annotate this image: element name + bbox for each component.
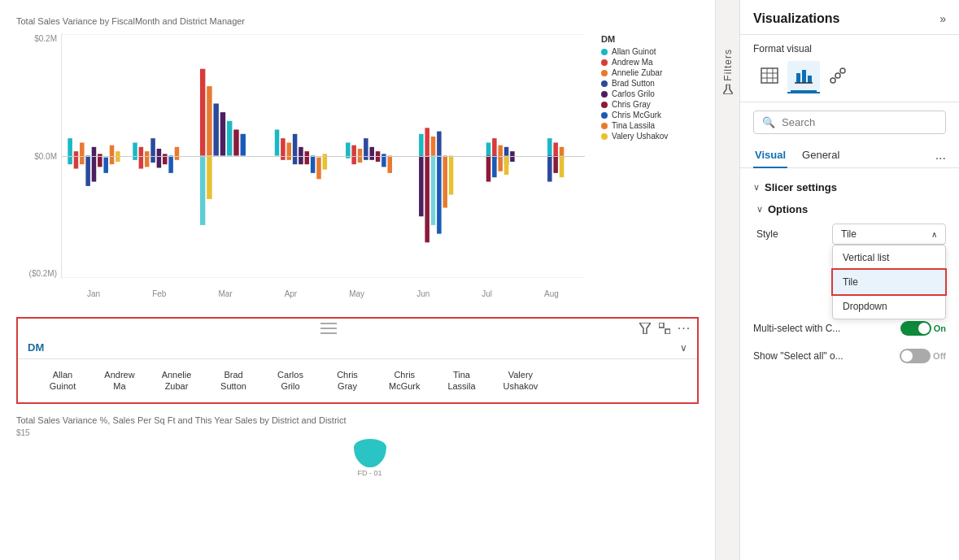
bar-chart-format-button[interactable] <box>787 61 820 90</box>
svg-rect-12 <box>150 138 155 163</box>
filters-text: Filters <box>722 49 734 81</box>
filter-funnel-icon <box>723 85 733 94</box>
style-dropdown[interactable]: Tile ∧ <box>832 224 946 245</box>
svg-rect-66 <box>553 156 558 173</box>
slicer-item-chrisg[interactable]: ChrisGray <box>319 366 376 396</box>
filters-panel[interactable]: Filters <box>715 0 739 560</box>
slicer-chevron-icon[interactable]: ∨ <box>680 342 687 354</box>
slicer-item-carlos[interactable]: CarlosGrilo <box>262 366 319 396</box>
svg-line-88 <box>839 72 841 74</box>
legend-item: Brad Sutton <box>601 79 699 88</box>
bottom-bar-fd01: FD - 01 <box>41 439 699 477</box>
slicer-item-tina[interactable]: TinaLassila <box>434 366 490 396</box>
svg-rect-44 <box>425 128 429 155</box>
bottom-chart-title: Total Sales Variance %, Sales Per Sq Ft … <box>16 415 699 425</box>
drag-handle-icon <box>320 323 337 334</box>
legend-dot-valery <box>601 133 608 140</box>
teal-bar-fd01 <box>354 439 386 467</box>
slicer-item-allan[interactable]: AllanGuinot <box>34 366 91 396</box>
filters-label[interactable]: Filters <box>722 49 734 94</box>
slicer-settings-section-header[interactable]: ∨ Slicer settings <box>740 176 959 198</box>
legend-label-chrisg: Chris Gray <box>612 100 651 109</box>
legend-dot-tina <box>601 123 608 129</box>
options-subsection-header[interactable]: ∨ Options <box>740 198 959 220</box>
visualizations-panel: Visualizations » Format visual 🔍 <box>739 0 959 560</box>
svg-rect-29 <box>293 134 298 164</box>
svg-line-87 <box>835 77 836 79</box>
legend-dot-annelie <box>601 70 608 76</box>
svg-rect-57 <box>510 151 515 162</box>
chart-plot <box>61 34 585 278</box>
svg-rect-60 <box>498 156 503 171</box>
slicer-item-valery[interactable]: ValeryUshakov <box>490 366 551 396</box>
format-visual-label: Format visual <box>753 43 946 54</box>
dropdown-option-dropdown[interactable]: Dropdown <box>833 294 945 319</box>
svg-rect-23 <box>241 134 246 156</box>
slicer-item-annelie[interactable]: AnnelieZubar <box>148 366 205 396</box>
svg-rect-65 <box>547 156 552 182</box>
legend-label-allan: Allan Guinot <box>612 47 656 56</box>
legend-label-andrew: Andrew Ma <box>612 58 653 67</box>
svg-rect-2 <box>80 142 85 164</box>
svg-marker-74 <box>723 85 733 94</box>
svg-rect-4 <box>92 147 97 182</box>
y-label-mid: $0.0M <box>34 152 57 161</box>
chart-legend: DM Allan Guinot Andrew Ma Annelie Zubar <box>593 34 699 302</box>
svg-rect-16 <box>175 147 180 160</box>
search-box[interactable]: 🔍 <box>753 111 946 134</box>
tabs-row: Visual General ... <box>740 142 959 168</box>
slicer-header[interactable]: DM ∨ <box>18 338 697 359</box>
legend-item: Annelie Zubar <box>601 68 699 77</box>
table-format-button[interactable] <box>753 61 786 90</box>
svg-rect-45 <box>431 137 436 155</box>
more-options-icon[interactable]: ··· <box>678 322 691 335</box>
filter-icon[interactable] <box>639 322 652 335</box>
legend-item: Chris Gray <box>601 100 699 109</box>
analytics-format-button[interactable] <box>822 61 854 90</box>
svg-rect-50 <box>437 156 442 234</box>
x-label-may: May <box>349 289 364 298</box>
multiselect-toggle[interactable]: On <box>900 321 946 336</box>
svg-rect-40 <box>376 151 381 162</box>
multiselect-toggle-label: On <box>934 323 946 333</box>
svg-rect-20 <box>220 112 225 155</box>
slicer-item-andrew[interactable]: AndrewMa <box>91 366 148 396</box>
tab-visual[interactable]: Visual <box>753 142 787 167</box>
slicer-title: DM <box>28 341 44 354</box>
grid-line-top <box>62 34 585 35</box>
search-input[interactable] <box>782 116 937 128</box>
multiselect-toggle-track[interactable] <box>900 321 931 336</box>
y-label-top: $0.2M <box>34 34 57 43</box>
legend-label-brad: Brad Sutton <box>612 79 655 88</box>
svg-rect-17 <box>200 69 205 156</box>
slicer-panel: ··· DM ∨ AllanGuinot AndrewMa AnnelieZub… <box>16 317 699 404</box>
show-select-all-toggle-row: Show "Select all" o... Off <box>740 342 959 370</box>
style-dropdown-wrapper: Tile ∧ Vertical list Tile Dropdown <box>832 224 946 245</box>
slicer-item-brad[interactable]: BradSutton <box>205 366 262 396</box>
legend-title: DM <box>601 34 699 44</box>
svg-rect-69 <box>320 328 337 329</box>
slicer-item-chrism[interactable]: ChrisMcGurk <box>376 366 434 396</box>
grid-line-bot <box>62 277 585 278</box>
svg-rect-73 <box>665 329 670 334</box>
svg-rect-75 <box>761 68 778 83</box>
svg-rect-10 <box>139 147 144 169</box>
dropdown-option-verticallist[interactable]: Vertical list <box>833 245 945 270</box>
expand-icon[interactable] <box>658 322 671 335</box>
legend-label-chrism: Chris McGurk <box>612 111 661 119</box>
panel-collapse-button[interactable]: » <box>939 12 946 25</box>
x-label-aug: Aug <box>544 289 559 298</box>
show-select-all-toggle[interactable]: Off <box>900 349 946 363</box>
tab-general[interactable]: General <box>800 142 841 167</box>
svg-rect-38 <box>364 138 368 160</box>
svg-rect-68 <box>320 323 337 324</box>
dropdown-option-tile[interactable]: Tile <box>833 270 945 294</box>
style-row: Style Tile ∧ Vertical list Tile Dropdown <box>740 220 959 250</box>
svg-rect-26 <box>275 129 280 155</box>
style-label: Style <box>756 228 778 240</box>
legend-dot-andrew <box>601 59 608 66</box>
svg-rect-48 <box>425 156 429 243</box>
show-select-all-toggle-track[interactable] <box>900 349 931 363</box>
tab-more-button[interactable]: ... <box>935 148 946 163</box>
legend-dot-allan <box>601 49 608 55</box>
